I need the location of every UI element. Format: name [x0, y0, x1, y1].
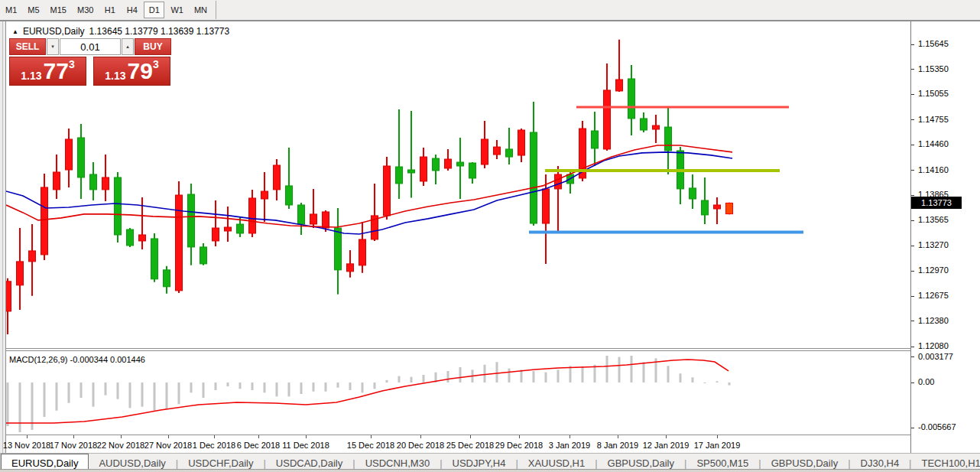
date-axis-tick [666, 435, 667, 438]
price-axis-label: 1.14755 [918, 115, 949, 124]
candle [433, 155, 440, 184]
date-axis[interactable]: 13 Nov 201817 Nov 201822 Nov 201827 Nov … [6, 435, 917, 453]
macd-histogram-bar [239, 382, 242, 389]
price-axis-tick [911, 220, 914, 221]
macd-histogram-bar [178, 382, 180, 404]
candle [176, 181, 183, 293]
date-axis-label: 12 Jan 2019 [643, 441, 690, 450]
date-axis-label: 3 Jan 2019 [549, 441, 590, 450]
macd-histogram-bar [667, 366, 670, 382]
date-axis-label: 27 Nov 2018 [144, 441, 192, 450]
price-axis-label: 1.12080 [918, 341, 949, 350]
one-click-trading-panel: SELL ▾ 0.01 ▴ BUY 1.13 77 3 1.13 79 3 [9, 38, 171, 86]
candle [714, 197, 721, 224]
timeframe-toolbar: M1M5M15M30H1H4D1W1MN [0, 0, 980, 21]
date-axis-tick [519, 435, 520, 438]
date-axis-tick [306, 435, 307, 438]
candle [726, 203, 733, 215]
macd-histogram-bar [349, 382, 352, 390]
macd-histogram-bar [325, 382, 327, 392]
price-axis-tick [911, 44, 914, 45]
macd-histogram-bar [190, 382, 193, 392]
macd-histogram-bar [154, 382, 156, 411]
candle [677, 147, 684, 204]
buy-price-small: 1.13 [105, 70, 125, 82]
price-axis-tick [911, 271, 914, 272]
price-axis-tick [911, 94, 914, 95]
candle [665, 107, 672, 174]
timeframe-button-m1[interactable]: M1 [1, 2, 21, 18]
panel-splitter[interactable] [6, 348, 910, 349]
timeframe-button-m30[interactable]: M30 [73, 2, 98, 18]
candle [384, 157, 391, 220]
macd-axis-tick [911, 428, 914, 428]
macd-histogram-bar [362, 382, 364, 392]
candle [396, 109, 403, 199]
macd-histogram-bar [557, 369, 560, 382]
price-axis[interactable]: 1.156451.153501.150551.147551.144601.141… [910, 21, 980, 453]
candle [298, 203, 305, 235]
date-axis-tick [73, 435, 74, 438]
timeframe-button-h1[interactable]: H1 [99, 2, 120, 18]
date-axis-label: 17 Nov 2018 [50, 441, 97, 450]
collapse-triangle-icon[interactable]: ▲ [12, 28, 18, 35]
candle [653, 115, 660, 143]
price-axis-label: 1.14460 [918, 139, 949, 148]
candle [41, 174, 48, 260]
macd-histogram-bar [398, 376, 401, 382]
candle [506, 128, 513, 164]
macd-histogram-bar [44, 382, 46, 417]
date-axis-label: 17 Jan 2019 [694, 441, 741, 450]
macd-histogram-bar [631, 356, 633, 382]
sell-price-sup: 3 [69, 58, 75, 70]
macd-histogram-bar [423, 375, 425, 382]
timeframe-button-w1[interactable]: W1 [166, 2, 188, 18]
macd-histogram-bar [643, 362, 645, 382]
candle [420, 148, 427, 186]
timeframe-button-m5[interactable]: M5 [23, 2, 44, 18]
price-axis-label: 1.12380 [918, 316, 949, 325]
sell-button[interactable]: SELL [9, 38, 46, 55]
volume-down-button[interactable]: ▾ [47, 38, 59, 55]
date-axis-tick [420, 435, 421, 438]
candle [115, 172, 122, 243]
sell-price-small: 1.13 [21, 70, 41, 82]
date-axis-tick [470, 435, 471, 438]
volume-input[interactable]: 0.01 [60, 38, 121, 55]
date-axis-tick [258, 435, 259, 438]
candle [445, 149, 452, 171]
date-axis-tick [618, 435, 618, 438]
macd-indicator-label: MACD(12,26,9) -0.000344 0.001446 [9, 355, 145, 364]
macd-histogram-bar [68, 382, 70, 403]
price-axis-label: 1.15350 [918, 64, 949, 73]
candle [531, 102, 537, 226]
macd-histogram-bar [264, 382, 266, 392]
macd-histogram-bar [716, 381, 719, 382]
buy-price-panel[interactable]: 1.13 79 3 [93, 57, 170, 86]
date-axis-label: 25 Dec 2018 [446, 441, 494, 450]
candle [54, 155, 60, 199]
candle [213, 200, 219, 246]
date-axis-label: 1 Dec 2018 [193, 441, 235, 450]
sell-price-panel[interactable]: 1.13 77 3 [9, 57, 86, 86]
timeframe-button-h4[interactable]: H4 [122, 2, 142, 18]
date-axis-label: 15 Dec 2018 [347, 441, 394, 450]
price-axis-label: 1.12675 [918, 291, 949, 300]
macd-histogram-bar [337, 382, 339, 388]
timeframe-button-mn[interactable]: MN [190, 2, 212, 18]
macd-histogram-bar [276, 382, 278, 396]
volume-up-button[interactable]: ▴ [122, 38, 134, 55]
macd-histogram-bar [7, 382, 9, 426]
chart-surface[interactable]: ▲ EURUSD,Daily 1.13645 1.13779 1.13639 1… [6, 21, 910, 453]
macd-axis-label: 0.003177 [918, 352, 953, 361]
timeframe-button-d1[interactable]: D1 [144, 2, 164, 18]
price-axis-tick [911, 321, 914, 321]
date-axis-tick [214, 435, 215, 438]
date-axis-label: 6 Dec 2018 [237, 441, 280, 450]
timeframe-button-m15[interactable]: M15 [46, 2, 71, 18]
buy-button[interactable]: BUY [135, 38, 171, 55]
sell-price-big: 77 [44, 58, 69, 84]
price-axis-label: 1.15645 [918, 39, 949, 48]
date-axis-label: 29 Dec 2018 [495, 441, 543, 450]
window-left-frame [0, 21, 6, 453]
